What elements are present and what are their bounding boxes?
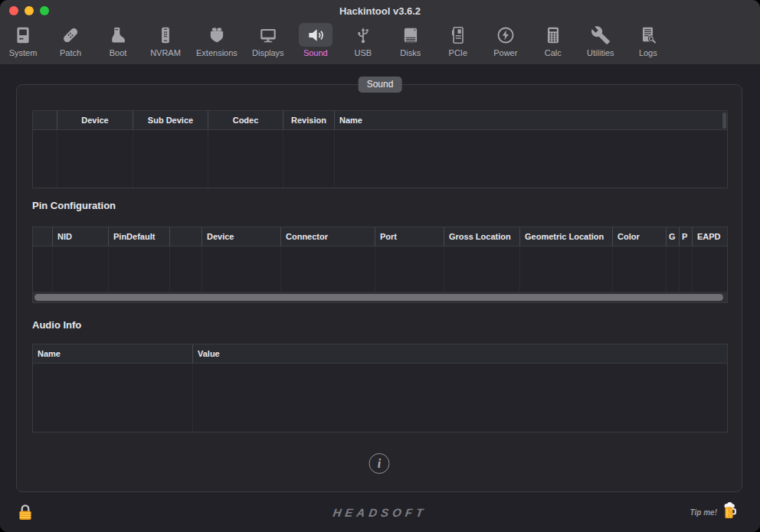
minimize-button[interactable] xyxy=(25,6,34,15)
column-header-blank2[interactable] xyxy=(169,227,201,246)
speaker-icon xyxy=(299,23,332,47)
toolbar-label: Patch xyxy=(60,48,81,57)
beer-icon xyxy=(722,502,737,523)
toolbar: System Patch Boot NVRAM Extensions xyxy=(0,21,760,65)
zoom-button[interactable] xyxy=(40,6,49,15)
toolbar-item-calc[interactable]: Calc xyxy=(532,22,574,58)
column-header-p[interactable]: P xyxy=(679,227,692,246)
toolbar-label: Power xyxy=(493,48,517,57)
column-header-revision[interactable]: Revision xyxy=(283,111,334,129)
toolbar-item-boot[interactable]: Boot xyxy=(97,22,139,58)
toolbar-item-patch[interactable]: Patch xyxy=(50,22,91,58)
vertical-scrollbar[interactable] xyxy=(722,113,726,129)
content-panel: Device Sub Device Codec Revision Name Pi… xyxy=(16,84,742,492)
toolbar-label: Extensions xyxy=(196,48,238,57)
pin-configuration-title: Pin Configuration xyxy=(32,200,116,211)
devices-table-body xyxy=(33,130,727,188)
main-content: Sound Device Sub Device Codec Revision N… xyxy=(0,65,760,492)
sound-tab-badge[interactable]: Sound xyxy=(359,77,402,93)
column-header-port[interactable]: Port xyxy=(375,227,444,246)
pin-configuration-table: NID PinDefault Device Connector Port Gro… xyxy=(32,227,728,303)
audio-info-title: Audio Info xyxy=(32,319,81,331)
devices-table: Device Sub Device Codec Revision Name xyxy=(32,110,728,188)
devices-table-header: Device Sub Device Codec Revision Name xyxy=(33,111,727,130)
column-header-color[interactable]: Color xyxy=(612,227,666,246)
column-header-nid[interactable]: NID xyxy=(52,227,108,246)
toolbar-item-disks[interactable]: Disks xyxy=(390,22,431,58)
column-header-connector[interactable]: Connector xyxy=(280,227,375,246)
column-header-value[interactable]: Value xyxy=(192,344,727,363)
disk-drive-icon xyxy=(394,23,428,47)
info-button[interactable]: i xyxy=(369,453,390,474)
tip-label: Tip me! xyxy=(690,508,717,517)
toolbar-item-usb[interactable]: USB xyxy=(342,22,384,58)
column-header-pindefault[interactable]: PinDefault xyxy=(108,227,169,246)
column-header-device[interactable]: Device xyxy=(201,227,280,246)
toolbar-label: Disks xyxy=(400,48,421,57)
calculator-icon xyxy=(536,23,570,47)
pin-table-header: NID PinDefault Device Connector Port Gro… xyxy=(33,227,727,246)
toolbar-label: Boot xyxy=(110,48,127,57)
toolbar-item-nvram[interactable]: NVRAM xyxy=(145,22,186,58)
app-window: Hackintool v3.6.2 System Patch Boot xyxy=(0,0,760,532)
toolbar-item-displays[interactable]: Displays xyxy=(247,22,289,58)
pin-table-body xyxy=(33,246,727,292)
usb-icon xyxy=(346,23,380,47)
extension-brick-icon xyxy=(200,23,234,47)
bandaid-icon xyxy=(54,23,87,47)
toolbar-item-sound[interactable]: Sound xyxy=(295,22,336,58)
classic-mac-icon xyxy=(6,23,40,47)
toolbar-item-extensions[interactable]: Extensions xyxy=(192,22,241,58)
toolbar-label: System xyxy=(9,48,38,57)
traffic-lights xyxy=(9,6,49,15)
log-document-icon xyxy=(631,23,665,47)
toolbar-label: USB xyxy=(355,48,372,57)
column-header-codec[interactable]: Codec xyxy=(208,111,283,129)
toolbar-label: Displays xyxy=(252,48,284,57)
column-header-name[interactable]: Name xyxy=(33,344,192,363)
scrollbar-thumb[interactable] xyxy=(34,294,723,301)
audio-table-header: Name Value xyxy=(33,344,727,364)
column-header-gross-location[interactable]: Gross Location xyxy=(444,227,519,246)
column-header-name[interactable]: Name xyxy=(334,111,727,129)
audio-table-body xyxy=(33,364,727,432)
brand-logo: HEADSOFT xyxy=(332,506,428,519)
toolbar-item-utilities[interactable]: Utilities xyxy=(580,22,621,58)
column-header-g[interactable]: G xyxy=(666,227,679,246)
toolbar-label: Sound xyxy=(303,48,328,57)
toolbar-label: NVRAM xyxy=(150,48,181,57)
column-header-blank[interactable] xyxy=(33,111,57,129)
footer: HEADSOFT Tip me! xyxy=(0,492,760,532)
toolbar-item-system[interactable]: System xyxy=(2,22,44,58)
column-header-geometric-location[interactable]: Geometric Location xyxy=(519,227,612,246)
lightning-icon xyxy=(489,23,522,47)
boot-icon xyxy=(101,23,135,47)
titlebar: Hackintool v3.6.2 xyxy=(0,0,760,21)
window-title: Hackintool v3.6.2 xyxy=(0,5,760,17)
pcie-card-icon xyxy=(441,23,475,47)
toolbar-item-pcie[interactable]: PCIe xyxy=(437,22,479,58)
toolbar-label: Calc xyxy=(545,48,562,57)
column-header-eapd[interactable]: EAPD xyxy=(692,227,727,246)
column-header-sub-device[interactable]: Sub Device xyxy=(133,111,208,129)
column-header-blank[interactable] xyxy=(33,227,52,246)
toolbar-item-logs[interactable]: Logs xyxy=(627,22,669,58)
wrench-icon xyxy=(584,23,618,47)
toolbar-label: Utilities xyxy=(587,48,614,57)
memory-chip-icon xyxy=(149,23,182,47)
lock-icon[interactable] xyxy=(18,502,32,525)
tip-me[interactable]: Tip me! xyxy=(690,502,737,523)
info-icon: i xyxy=(378,457,381,471)
horizontal-scrollbar[interactable] xyxy=(33,292,727,302)
toolbar-label: PCIe xyxy=(449,48,467,57)
close-button[interactable] xyxy=(9,6,18,15)
column-header-device[interactable]: Device xyxy=(57,111,133,129)
audio-info-table: Name Value xyxy=(32,344,728,432)
monitor-icon xyxy=(251,23,285,47)
toolbar-item-power[interactable]: Power xyxy=(485,22,526,58)
toolbar-label: Logs xyxy=(639,48,657,57)
